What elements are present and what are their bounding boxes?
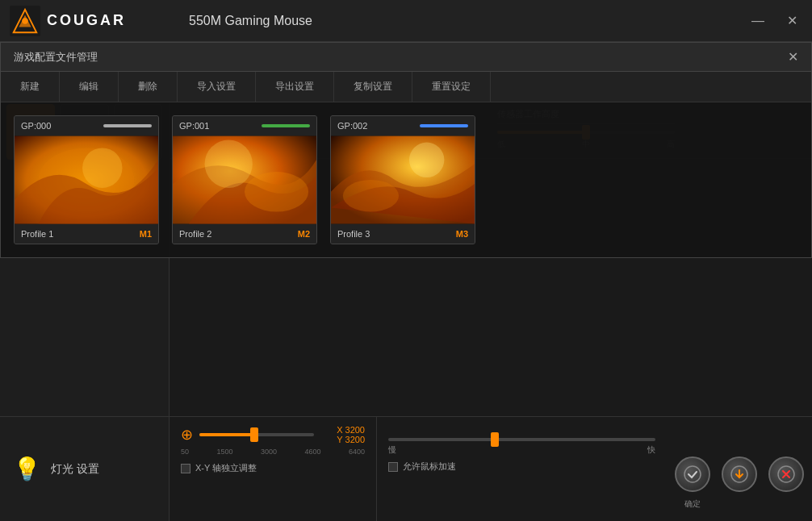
tab-copy[interactable]: 复制设置 — [334, 72, 412, 102]
profile-2-mode-badge: M3 — [456, 229, 468, 239]
profile-card-2-thumbnail — [331, 135, 475, 224]
profile-card-1-id: GP:001 — [179, 121, 209, 131]
overlay-panel: 游戏配置文件管理 ✕ 新建 编辑 删除 导入设置 导出设置 复制设置 重置设定 … — [170, 42, 812, 258]
profile-card-1[interactable]: GP:001 — [172, 115, 317, 244]
profile-card-2-indicator — [420, 124, 468, 127]
mouse-accel-label: 允许鼠标加速 — [403, 461, 456, 473]
overlay-close-button[interactable]: ✕ — [788, 49, 798, 65]
confirm-button[interactable] — [675, 456, 710, 492]
logo-area: COUGAR — [10, 6, 173, 36]
bottom-dpi-section: ⊕ X 3200 Y 3200 50 1500 3000 4600 6400 X… — [170, 417, 376, 521]
svg-point-19 — [409, 143, 445, 178]
light-setting-icon: 💡 — [13, 456, 41, 482]
tab-reset[interactable]: 重置设定 — [412, 72, 491, 102]
window-controls: — ✕ — [747, 11, 802, 30]
download-label — [722, 498, 757, 510]
window-title: 550M Gaming Mouse — [173, 14, 747, 28]
bottom-x-value: X 3200 — [337, 425, 365, 435]
download-button[interactable] — [722, 456, 757, 492]
bottom-strip: 💡 灯光 设置 ⊕ X 3200 Y 3200 50 1500 3000 460… — [0, 416, 812, 521]
action-labels: 确定 — [675, 498, 804, 510]
profile-card-2[interactable]: GP:002 — [330, 115, 475, 244]
svg-point-3 — [22, 18, 28, 24]
confirm-label: 确定 — [675, 498, 710, 510]
profile-card-2-footer: Profile 3 M3 — [331, 224, 475, 244]
logo-text: COUGAR — [47, 12, 126, 29]
speed-slow-label: 慢 — [388, 444, 396, 456]
title-bar: COUGAR 550M Gaming Mouse — ✕ — [0, 0, 812, 42]
action-buttons — [675, 456, 804, 492]
bottom-scale-6400: 6400 — [349, 448, 365, 456]
xy-axis-label: X-Y 轴独立调整 — [195, 462, 257, 474]
bottom-speed-section: 慢 快 允许鼠标加速 — [376, 417, 667, 521]
light-setting-label: 灯光 设置 — [51, 462, 99, 477]
profile-1-display-name: Profile 2 — [179, 229, 211, 239]
crosshair-icon: ⊕ — [181, 426, 193, 444]
bottom-actions: 确定 — [667, 417, 812, 521]
profile-card-2-header: GP:002 — [331, 116, 475, 135]
svg-point-21 — [684, 466, 701, 482]
speed-fast-label: 快 — [647, 444, 655, 456]
light-setting[interactable]: 💡 灯光 设置 — [8, 451, 104, 487]
cancel-label — [768, 498, 804, 510]
xy-axis-checkbox[interactable] — [181, 464, 190, 473]
bottom-scale-3000: 3000 — [261, 448, 277, 456]
speed-slider[interactable] — [388, 438, 655, 441]
minimize-button[interactable]: — — [747, 12, 769, 30]
profile-card-2-id: GP:002 — [337, 121, 367, 131]
mouse-accel-checkbox-row: 允许鼠标加速 — [388, 461, 655, 473]
bottom-sidebar: 💡 灯光 设置 — [0, 417, 170, 521]
overlay-content: GP:000 — [170, 102, 811, 257]
cancel-button[interactable] — [768, 456, 804, 492]
svg-point-16 — [205, 140, 253, 188]
overlay-header: 游戏配置文件管理 ✕ — [170, 43, 811, 72]
bottom-scale-1500: 1500 — [216, 448, 232, 456]
close-button[interactable]: ✕ — [782, 11, 802, 30]
overlay-toolbar: 新建 编辑 删除 导入设置 导出设置 复制设置 重置设定 — [170, 72, 811, 102]
svg-point-17 — [245, 172, 308, 211]
bottom-scale-4600: 4600 — [304, 448, 320, 456]
xy-axis-checkbox-row: X-Y 轴独立调整 — [181, 462, 365, 474]
mouse-accel-checkbox[interactable] — [388, 462, 398, 472]
profile-card-1-thumbnail — [173, 135, 316, 224]
bottom-y-value: Y 3200 — [337, 435, 365, 444]
bottom-scale-50: 50 — [181, 448, 189, 456]
profile-card-1-footer: Profile 2 M2 — [173, 224, 316, 244]
profile-1-mode-badge: M2 — [298, 229, 310, 239]
svg-point-20 — [343, 180, 399, 212]
profile-card-1-header: GP:001 — [173, 116, 316, 135]
tab-import[interactable]: 导入设置 — [178, 72, 256, 102]
tab-export[interactable]: 导出设置 — [256, 72, 334, 102]
profile-card-1-indicator — [262, 124, 310, 127]
speed-labels: 慢 快 — [388, 444, 655, 456]
tab-delete[interactable]: 删除 — [170, 72, 178, 102]
speed-slider-wrap: 慢 快 — [388, 438, 655, 456]
cougar-logo-icon — [10, 6, 40, 36]
profile-2-display-name: Profile 3 — [337, 229, 370, 239]
